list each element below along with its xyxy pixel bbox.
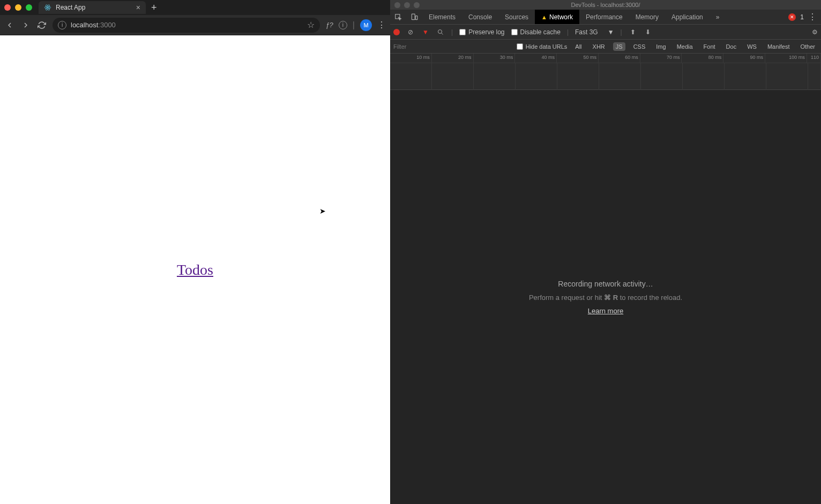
search-icon[interactable] [436,28,445,36]
tab-console[interactable]: Console [462,10,498,24]
bookmark-star-icon[interactable]: ☆ [307,20,315,30]
tab-memory[interactable]: Memory [629,10,665,24]
empty-state-subtitle: Perform a request or hit ⌘ R to record t… [529,294,682,302]
tab-more[interactable]: » [710,10,726,24]
filter-type-xhr[interactable]: XHR [590,42,608,51]
preserve-log-checkbox[interactable]: Preserve log [459,28,504,36]
filter-toggle-icon[interactable]: ▼ [421,28,430,36]
ruler-tick: 110 [807,54,821,63]
mouse-cursor-icon: ➤ [319,207,326,215]
svg-point-0 [47,7,48,8]
filter-type-media[interactable]: Media [674,42,696,51]
ruler-tick: 90 ms [723,54,765,63]
ruler-tick: 100 ms [765,54,807,63]
device-toolbar-icon[interactable] [406,10,422,25]
tab-bar: React App × + [0,0,390,15]
network-toolbar: ⊘ ▼ | Preserve log Disable cache | Fast … [390,25,821,40]
tab-application[interactable]: Application [665,10,710,24]
traffic-lights [4,4,32,11]
devtools-traffic-lights [394,2,420,8]
back-button[interactable] [4,20,15,31]
svg-rect-6 [415,16,417,19]
empty-state-title: Recording network activity… [558,280,653,288]
error-count: 1 [800,13,804,21]
tab-network[interactable]: ▲Network [535,10,579,24]
record-button[interactable] [393,29,400,35]
learn-more-link[interactable]: Learn more [588,307,623,315]
network-timeline[interactable]: 10 ms 20 ms 30 ms 40 ms 50 ms 60 ms 70 m… [390,54,821,90]
todos-link[interactable]: Todos [177,261,213,279]
devtools-tabs: Elements Console Sources ▲Network Perfor… [390,10,821,25]
ruler-tick: 70 ms [640,54,682,63]
filter-bar: Hide data URLs All XHR JS CSS Img Media … [390,40,821,54]
reload-button[interactable] [36,20,47,31]
devtools-close-icon[interactable] [394,2,400,8]
devtools-minimize-icon[interactable] [404,2,410,8]
filter-type-img[interactable]: Img [653,42,668,51]
hide-data-urls-checkbox[interactable]: Hide data URLs [517,43,568,50]
maximize-window-icon[interactable] [26,4,32,11]
forward-button[interactable] [20,20,31,31]
browser-window: React App × + i localhost:3000 ☆ ƒ? i | … [0,0,390,504]
network-empty-state: Recording network activity… Perform a re… [390,90,821,504]
close-window-icon[interactable] [4,4,11,11]
filter-type-js[interactable]: JS [613,42,625,51]
clear-icon[interactable]: ⊘ [406,28,415,36]
site-info-icon[interactable]: i [58,21,66,29]
browser-menu-icon[interactable]: ⋮ [377,20,386,30]
page-content: Todos ➤ [0,35,390,504]
filter-type-other[interactable]: Other [797,42,818,51]
close-tab-icon[interactable]: × [136,3,140,12]
react-favicon-icon [44,4,51,11]
timeline-body [390,63,821,90]
svg-rect-5 [412,14,415,20]
filter-type-all[interactable]: All [572,42,584,51]
download-har-icon[interactable]: ⬇ [644,28,652,36]
filter-type-doc[interactable]: Doc [723,42,740,51]
devtools-menu-icon[interactable]: ⋮ [808,12,817,22]
disable-cache-checkbox[interactable]: Disable cache [511,28,561,36]
tab-elements[interactable]: Elements [422,10,462,24]
ruler-tick: 30 ms [474,54,516,63]
timeline-ruler: 10 ms 20 ms 30 ms 40 ms 50 ms 60 ms 70 m… [390,54,821,63]
devtools-window: DevTools - localhost:3000/ Elements Cons… [390,0,821,504]
warning-icon: ▲ [541,14,547,20]
devtools-maximize-icon[interactable] [414,2,420,8]
tab-performance[interactable]: Performance [579,10,629,24]
ruler-tick: 40 ms [515,54,557,63]
browser-chrome: React App × + i localhost:3000 ☆ ƒ? i | … [0,0,390,35]
ruler-tick: 20 ms [432,54,474,63]
network-settings-icon[interactable]: ⚙ [812,28,818,36]
filter-input[interactable] [393,43,468,50]
error-badge-icon[interactable]: ✕ [788,13,796,21]
devtools-titlebar: DevTools - localhost:3000/ [390,0,821,10]
tab-title: React App [56,4,85,11]
filter-type-css[interactable]: CSS [631,42,648,51]
upload-har-icon[interactable]: ⬆ [629,28,637,36]
browser-tab[interactable]: React App × [39,1,146,14]
extension-icon[interactable]: ƒ? [325,21,333,29]
minimize-window-icon[interactable] [15,4,21,11]
ruler-tick: 50 ms [557,54,599,63]
url-text: localhost:3000 [71,21,116,29]
ruler-tick: 10 ms [390,54,432,63]
throttle-select[interactable]: Fast 3G▼ [575,28,614,36]
ruler-tick: 60 ms [599,54,640,63]
ruler-tick: 80 ms [682,54,723,63]
info-icon[interactable]: i [339,21,347,29]
profile-badge[interactable]: M [360,19,372,31]
tab-sources[interactable]: Sources [498,10,535,24]
devtools-title: DevTools - localhost:3000/ [571,2,640,8]
filter-type-ws[interactable]: WS [744,42,759,51]
nav-bar: i localhost:3000 ☆ ƒ? i | M ⋮ [0,15,390,35]
filter-type-manifest[interactable]: Manifest [765,42,793,51]
svg-point-7 [438,29,442,33]
inspect-element-icon[interactable] [390,10,406,25]
url-bar[interactable]: i localhost:3000 ☆ [53,18,320,33]
filter-type-font[interactable]: Font [701,42,718,51]
new-tab-button[interactable]: + [151,2,157,13]
